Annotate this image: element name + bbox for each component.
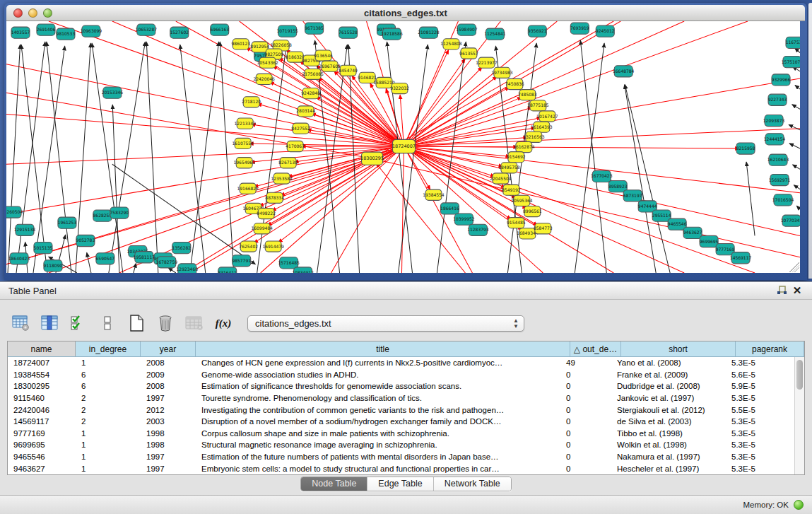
graph-node[interactable]: 12093873 bbox=[763, 115, 785, 126]
cell-out_degree[interactable]: 0 bbox=[560, 382, 611, 390]
graph-node[interactable]: 8316411 bbox=[218, 267, 237, 273]
cell-title[interactable]: Embryonic stem cells: a model to study s… bbox=[196, 465, 560, 473]
graph-node[interactable]: 10399952 bbox=[453, 214, 475, 225]
cell-year[interactable]: 1998 bbox=[141, 429, 196, 438]
citation-edge-black[interactable] bbox=[795, 48, 800, 52]
graph-node[interactable]: 5015135 bbox=[34, 243, 53, 254]
citation-edge-black[interactable] bbox=[134, 264, 136, 273]
resize-grip[interactable] bbox=[789, 262, 799, 272]
table-row[interactable]: 1872400712008Changes of HCN gene express… bbox=[8, 357, 794, 369]
graph-node[interactable]: 18640423 bbox=[8, 253, 30, 264]
graph-node[interactable]: 9356921 bbox=[528, 25, 547, 37]
graph-node[interactable]: 8215958 bbox=[736, 143, 755, 154]
graph-node[interactable]: 8628259 bbox=[93, 210, 112, 221]
graph-node[interactable]: 8996561 bbox=[523, 206, 542, 216]
table-settings-icon[interactable] bbox=[11, 314, 30, 332]
graph-node[interactable]: 16162874 bbox=[513, 141, 535, 152]
cell-name[interactable]: 18300295 bbox=[8, 382, 76, 390]
graph-node[interactable]: 7625402 bbox=[239, 241, 258, 252]
graph-node[interactable]: 19581117 bbox=[134, 252, 155, 263]
cell-pagerank[interactable]: 5.3E-5 bbox=[726, 440, 794, 449]
citation-edge-black[interactable] bbox=[168, 268, 176, 273]
graph-node[interactable]: 8454749 bbox=[339, 65, 358, 76]
citation-edge-black[interactable] bbox=[190, 42, 219, 273]
graph-node[interactable]: 16210643 bbox=[767, 154, 789, 165]
cell-short[interactable]: Jankovic et al. (1997) bbox=[611, 394, 726, 402]
scrollbar-thumb[interactable] bbox=[796, 360, 803, 390]
graph-node[interactable]: 15751074 bbox=[782, 57, 800, 68]
table-row[interactable]: 1938455462009Genome-wide association stu… bbox=[8, 369, 794, 381]
graph-node[interactable]: 6590547 bbox=[96, 253, 115, 264]
cell-year[interactable]: 2008 bbox=[141, 382, 196, 390]
graph-node[interactable]: 1167533 bbox=[786, 37, 800, 48]
table-row[interactable]: 2242004622012Investigating the contribut… bbox=[8, 404, 794, 416]
graph-node[interactable]: 15692971 bbox=[769, 174, 791, 185]
cell-name[interactable]: 9115460 bbox=[8, 394, 76, 402]
cell-in_degree[interactable]: 2 bbox=[76, 406, 141, 414]
graph-node[interactable]: 16770423 bbox=[591, 170, 613, 182]
graph-node[interactable]: 2803144 bbox=[296, 106, 315, 117]
graph-node[interactable]: 13216563 bbox=[523, 132, 545, 142]
cell-short[interactable]: Tibbo et al. (1998) bbox=[611, 429, 726, 438]
graph-node[interactable]: 18300295 bbox=[360, 152, 384, 165]
delete-table-icon[interactable] bbox=[156, 314, 175, 332]
cell-pagerank[interactable]: 5.5E-5 bbox=[726, 406, 794, 414]
graph-node[interactable]: 11254808 bbox=[440, 39, 462, 49]
graph-node[interactable]: 21081228 bbox=[418, 27, 440, 38]
graph-node[interactable]: 9810533 bbox=[57, 28, 76, 40]
citation-edge-black[interactable] bbox=[33, 46, 65, 273]
graph-node[interactable]: 7583290 bbox=[110, 207, 129, 218]
column-header-name[interactable]: name bbox=[8, 341, 76, 356]
graph-node[interactable]: 10167427 bbox=[536, 111, 558, 122]
cell-name[interactable]: 18724007 bbox=[8, 358, 76, 367]
column-header-pagerank[interactable]: pagerank bbox=[736, 341, 804, 356]
memory-status-icon[interactable] bbox=[794, 500, 804, 510]
cell-out_degree[interactable]: 49 bbox=[560, 358, 611, 367]
graph-node[interactable]: 11254841 bbox=[484, 28, 506, 40]
cell-in_degree[interactable]: 6 bbox=[76, 370, 141, 379]
graph-node[interactable]: 7693919 bbox=[570, 23, 589, 34]
vertical-scrollbar[interactable] bbox=[794, 357, 804, 474]
cell-short[interactable]: de Silva et al. (2003) bbox=[611, 417, 726, 426]
citation-edge-red[interactable] bbox=[257, 104, 404, 146]
cell-pagerank[interactable]: 5.3E-5 bbox=[726, 394, 794, 402]
graph-node[interactable]: 20260504 bbox=[6, 206, 23, 218]
citation-edge-red[interactable] bbox=[404, 50, 448, 146]
graph-node[interactable]: 16782759 bbox=[156, 257, 178, 268]
graph-node[interactable]: 10963099 bbox=[81, 25, 102, 37]
zoom-window-icon[interactable] bbox=[43, 8, 52, 18]
citation-edge-red[interactable] bbox=[400, 95, 404, 146]
graph-node[interactable]: 7485083 bbox=[518, 90, 537, 100]
cell-year[interactable]: 1997 bbox=[141, 465, 196, 473]
column-header-title[interactable]: title bbox=[196, 341, 570, 356]
citation-edge-red[interactable] bbox=[6, 146, 404, 214]
table-row[interactable]: 946362711997Embryonic stem cells: a mode… bbox=[8, 462, 794, 474]
cell-pagerank[interactable]: 5.3E-5 bbox=[726, 417, 794, 426]
graph-node[interactable]: 4170067 bbox=[286, 141, 305, 151]
graph-node[interactable]: 9154485 bbox=[507, 218, 526, 228]
graph-node[interactable]: 9322032 bbox=[390, 83, 409, 93]
citation-edge-red[interactable] bbox=[176, 21, 404, 146]
citation-edge-black[interactable] bbox=[387, 42, 413, 273]
graph-node[interactable]: 10653287 bbox=[136, 24, 158, 35]
table-row[interactable]: 969969511998Structural magnetic resonanc… bbox=[8, 439, 794, 451]
graph-node[interactable]: 12915138 bbox=[14, 224, 36, 235]
cell-title[interactable]: Changes of HCN gene expression and I(f) … bbox=[196, 358, 560, 367]
cell-name[interactable]: 14569117 bbox=[8, 417, 76, 426]
graph-node[interactable]: 18724007 bbox=[392, 139, 416, 153]
cell-name[interactable]: 19384554 bbox=[8, 370, 76, 379]
cell-title[interactable]: Investigating the contribution of common… bbox=[196, 406, 560, 414]
citation-edge-black[interactable] bbox=[8, 45, 20, 273]
graph-node[interactable]: 26967608 bbox=[319, 61, 341, 71]
graph-node[interactable]: 11283793 bbox=[467, 224, 489, 235]
column-header-year[interactable]: year bbox=[141, 341, 196, 356]
graph-node[interactable]: 9227343 bbox=[768, 94, 787, 105]
graph-node[interactable]: 1403557 bbox=[11, 27, 30, 38]
cell-title[interactable]: Corpus callosum shape and size in male p… bbox=[196, 429, 560, 438]
cell-name[interactable]: 9699695 bbox=[8, 440, 76, 449]
citation-edge-red[interactable] bbox=[404, 59, 465, 146]
cell-pagerank[interactable]: 5.3E-5 bbox=[726, 452, 794, 461]
citation-edge-black[interactable] bbox=[109, 42, 146, 273]
column-header-short[interactable]: short bbox=[621, 341, 736, 356]
cell-title[interactable]: Tourette syndrome. Phenomenology and cla… bbox=[196, 394, 560, 402]
